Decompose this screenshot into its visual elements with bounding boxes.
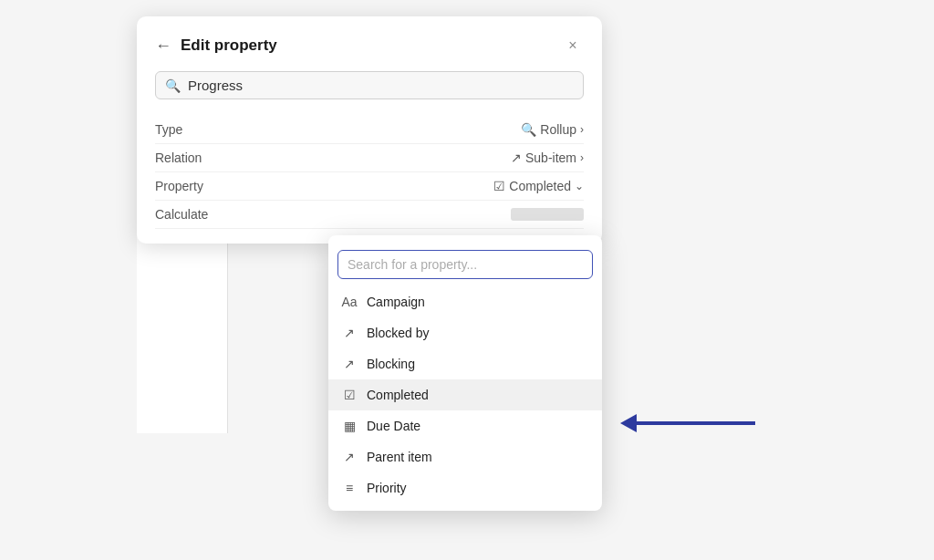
- property-dropdown: Aa Campaign ↗ Blocked by ↗ Blocking ☑ Co…: [328, 235, 602, 511]
- parent-item-label: Parent item: [367, 450, 432, 464]
- calculate-value[interactable]: [511, 208, 584, 221]
- relation-label: Relation: [155, 150, 202, 165]
- modal-search-row: 🔍: [155, 71, 584, 99]
- type-row: Type 🔍 Rollup ›: [155, 116, 584, 144]
- completed-icon: ☑: [493, 179, 505, 193]
- calculate-row: Calculate: [155, 201, 584, 229]
- property-value[interactable]: ☑ Completed ⌄: [493, 179, 584, 193]
- blocked-by-label: Blocked by: [367, 326, 429, 340]
- calendar-icon: ▦: [341, 419, 358, 433]
- type-value[interactable]: 🔍 Rollup ›: [521, 122, 584, 137]
- arrow-line: [637, 421, 755, 425]
- dropdown-item-blocked-by[interactable]: ↗ Blocked by: [328, 317, 602, 348]
- dropdown-search-wrap: [328, 243, 602, 286]
- due-date-label: Due Date: [367, 419, 420, 433]
- relation-row: Relation ↗ Sub-item ›: [155, 144, 584, 172]
- relation-icon-3: ↗: [341, 450, 358, 464]
- list-icon-2: ≡: [341, 481, 358, 495]
- modal-fields: Type 🔍 Rollup › Relation ↗ Sub-item › Pr…: [155, 116, 584, 229]
- dropdown-item-parent-item[interactable]: ↗ Parent item: [328, 441, 602, 472]
- relation-icon-1: ↗: [341, 326, 358, 340]
- close-button[interactable]: ×: [562, 35, 584, 57]
- rollup-icon: 🔍: [521, 122, 536, 137]
- dropdown-item-completed[interactable]: ☑ Completed: [328, 379, 602, 410]
- modal-header: ← Edit property ×: [155, 35, 584, 57]
- dropdown-item-campaign[interactable]: Aa Campaign: [328, 286, 602, 317]
- type-chevron: ›: [580, 123, 584, 136]
- modal-title: Edit property: [181, 36, 562, 55]
- type-label: Type: [155, 122, 182, 137]
- edit-property-modal: ← Edit property × 🔍 Type 🔍 Rollup › Rela…: [137, 16, 602, 244]
- dropdown-item-due-date[interactable]: ▦ Due Date: [328, 410, 602, 441]
- dropdown-item-blocking[interactable]: ↗ Blocking: [328, 348, 602, 379]
- calculate-placeholder: [511, 208, 584, 221]
- relation-icon: ↗: [511, 150, 522, 165]
- search-icon: 🔍: [165, 78, 181, 93]
- dropdown-search-input[interactable]: [337, 250, 593, 279]
- arrow-head: [620, 414, 637, 432]
- relation-chevron: ›: [580, 151, 584, 164]
- text-icon: Aa: [341, 295, 358, 309]
- property-label: Property: [155, 179, 203, 193]
- arrow-indicator: [620, 414, 755, 432]
- checkbox-icon: ☑: [341, 388, 358, 402]
- modal-search-input[interactable]: [188, 78, 574, 93]
- campaign-label: Campaign: [367, 295, 425, 309]
- blocking-label: Blocking: [367, 357, 415, 371]
- priority-label-dd: Priority: [367, 481, 407, 495]
- calculate-label: Calculate: [155, 207, 208, 222]
- property-chevron: ⌄: [575, 180, 584, 192]
- dropdown-item-priority[interactable]: ≡ Priority: [328, 472, 602, 503]
- property-row: Property ☑ Completed ⌄: [155, 172, 584, 201]
- relation-icon-2: ↗: [341, 357, 358, 371]
- relation-value[interactable]: ↗ Sub-item ›: [511, 150, 584, 165]
- back-button[interactable]: ←: [155, 36, 171, 56]
- completed-label: Completed: [367, 388, 429, 402]
